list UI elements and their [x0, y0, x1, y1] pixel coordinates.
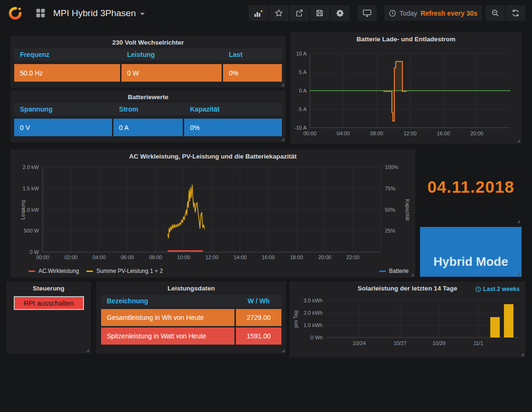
panel-resize-handle[interactable]: [281, 349, 285, 352]
svg-text:00:00: 00:00: [36, 254, 49, 260]
leistungsdaten-table: Bezeichnung W / Wh Gesamtleistung in Wh …: [101, 295, 281, 345]
blue-series-swatch: [379, 271, 386, 272]
svg-text:3.0 kWh: 3.0 kWh: [304, 298, 323, 303]
time-range-button[interactable]: Today Refresh every 30s: [384, 5, 482, 21]
badge-label: Last 2 weeks: [483, 286, 520, 292]
chart-legend: AC.Wirkleistung Summe PV-Leistung 1 + 2 …: [28, 268, 410, 274]
panel-title[interactable]: 230 Volt Wechselrichter: [10, 36, 286, 46]
legend-item-batterie[interactable]: Batterie: [379, 268, 409, 274]
panel-resize-handle[interactable]: [281, 138, 284, 141]
zoom-out-icon: [491, 9, 499, 17]
svg-text:2.0 kWh: 2.0 kWh: [304, 310, 323, 316]
panel-ac-pv-chart: AC Wirkleistung, PV-Leistung und die Bat…: [10, 150, 415, 278]
refresh-button[interactable]: [506, 5, 525, 21]
save-button[interactable]: [310, 5, 329, 21]
panel-resize-handle[interactable]: [281, 83, 284, 86]
legend-item-pv-leistung[interactable]: Summe PV-Leistung 1 + 2: [86, 268, 163, 274]
panel-resize-handle[interactable]: [517, 139, 520, 142]
legend-item-ac-wirkleistung[interactable]: AC.Wirkleistung: [28, 268, 79, 274]
solar-chart-canvas[interactable]: 3.0 kWh2.0 kWh1.0 kWh0 Wh10/2410/2710/29…: [289, 281, 525, 357]
panel-title[interactable]: Steuerung: [7, 281, 91, 292]
tv-mode-button[interactable]: [357, 5, 377, 21]
svg-text:18:00: 18:00: [290, 254, 303, 260]
strom-value: 0 A: [113, 119, 183, 136]
svg-text:5 A: 5 A: [299, 69, 307, 75]
column-header-strom: Strom: [113, 105, 183, 113]
panel-title[interactable]: Batterie Lade- und Entladestrom: [290, 32, 522, 43]
gear-icon: [336, 9, 344, 17]
svg-text:16:00: 16:00: [437, 131, 450, 136]
navbar-actions: Today Refresh every 30s: [249, 5, 525, 21]
legend-label: Summe PV-Leistung 1 + 2: [96, 268, 163, 274]
row-value: 1591.00: [236, 328, 281, 345]
svg-text:500 W: 500 W: [24, 228, 39, 234]
legend-label: Batterie: [389, 268, 409, 274]
yellow-series-swatch: [86, 271, 93, 272]
row-value: 2729.00: [236, 309, 281, 326]
panel-resize-handle[interactable]: [521, 353, 524, 356]
panel-title[interactable]: Leistungsdaten: [96, 281, 286, 292]
panel-date: 04.11.2018: [420, 150, 522, 225]
time-override-badge[interactable]: Last 2 weeks: [475, 286, 520, 292]
svg-text:pro Tag: pro Tag: [293, 310, 299, 328]
table-row: 50.0 Hz 0 W 0%: [14, 64, 282, 82]
series-Summe PV-Leistung 1 + 2: [168, 185, 205, 238]
svg-text:00:00: 00:00: [303, 131, 317, 136]
svg-text:10/24: 10/24: [353, 340, 366, 346]
panel-resize-handle[interactable]: [517, 220, 520, 223]
date-value: 04.11.2018: [420, 150, 522, 225]
svg-text:75%: 75%: [385, 186, 395, 191]
star-icon: [275, 9, 283, 17]
zoom-out-button[interactable]: [485, 5, 505, 21]
row-label: Spitzenleistung in Watt von Heute: [101, 328, 234, 345]
table-row: 0 V 0 A 0%: [14, 119, 282, 136]
rpi-shutdown-button[interactable]: RPI ausschalten: [14, 296, 84, 310]
solar-bar-11/3: [504, 304, 513, 337]
star-button[interactable]: [269, 5, 289, 21]
row-label: Gesamtleistung in Wh von Heute: [101, 309, 234, 326]
chevron-down-icon: [140, 13, 145, 18]
refresh-interval-label: Refresh every 30s: [420, 9, 477, 17]
svg-text:20:00: 20:00: [470, 131, 484, 136]
panel-resize-handle[interactable]: [411, 273, 414, 276]
panel-title[interactable]: AC Wirkleistung, PV-Leistung und die Bat…: [10, 150, 415, 160]
svg-text:10/29: 10/29: [432, 340, 446, 346]
column-header-spannung: Spannung: [14, 105, 112, 113]
panel-solar-chart: Solarleistung der letzten 14 Tage Last 2…: [289, 281, 525, 357]
svg-text:2.0 kW: 2.0 kW: [23, 164, 39, 170]
panel-title[interactable]: Batteriewerte: [10, 90, 286, 101]
battery-chart-canvas[interactable]: 10 A5 A0 A-5 A-10 A00:0004:0008:0012:001…: [290, 32, 522, 144]
svg-text:16:00: 16:00: [262, 254, 275, 260]
table-row: Gesamtleistung in Wh von Heute 2729.00: [101, 309, 281, 326]
panel-resize-handle[interactable]: [86, 349, 89, 352]
navbar: MPI Hybrid 3Phasen: [0, 0, 532, 26]
svg-text:10 A: 10 A: [296, 51, 307, 56]
svg-text:10:00: 10:00: [177, 254, 190, 260]
column-header-w-wh: W / Wh: [236, 297, 281, 305]
settings-button[interactable]: [330, 5, 350, 21]
svg-text:0 Wh: 0 Wh: [310, 335, 323, 340]
save-icon: [316, 9, 324, 17]
dashboard-title: MPI Hybrid 3Phasen: [53, 8, 136, 19]
monitor-icon: [363, 9, 372, 17]
svg-text:-10 A: -10 A: [294, 125, 307, 131]
svg-text:12:00: 12:00: [205, 254, 219, 260]
dashboard-picker-button[interactable]: [33, 6, 47, 20]
dashboard-title-dropdown[interactable]: MPI Hybrid 3Phasen: [53, 8, 145, 19]
svg-text:04:00: 04:00: [93, 254, 106, 260]
svg-text:08:00: 08:00: [149, 254, 162, 260]
add-panel-button[interactable]: [249, 5, 268, 21]
column-header-bezeichnung: Bezeichnung: [101, 297, 234, 305]
share-button[interactable]: [289, 5, 309, 21]
svg-text:14:00: 14:00: [233, 254, 247, 260]
panel-resize-handle[interactable]: [517, 272, 520, 275]
svg-text:08:00: 08:00: [370, 131, 383, 136]
clock-icon: [475, 286, 481, 292]
ac-pv-chart-canvas[interactable]: 2.0 kW1.5 kW1.0 kW500 W0 W100%75%50%25%0…: [10, 150, 415, 278]
clock-icon: [389, 9, 396, 17]
svg-text:06:00: 06:00: [121, 254, 134, 260]
kapazitaet-value: 0%: [184, 119, 282, 136]
red-series-swatch: [28, 271, 35, 272]
share-icon: [295, 9, 303, 17]
grafana-logo[interactable]: [7, 5, 24, 22]
